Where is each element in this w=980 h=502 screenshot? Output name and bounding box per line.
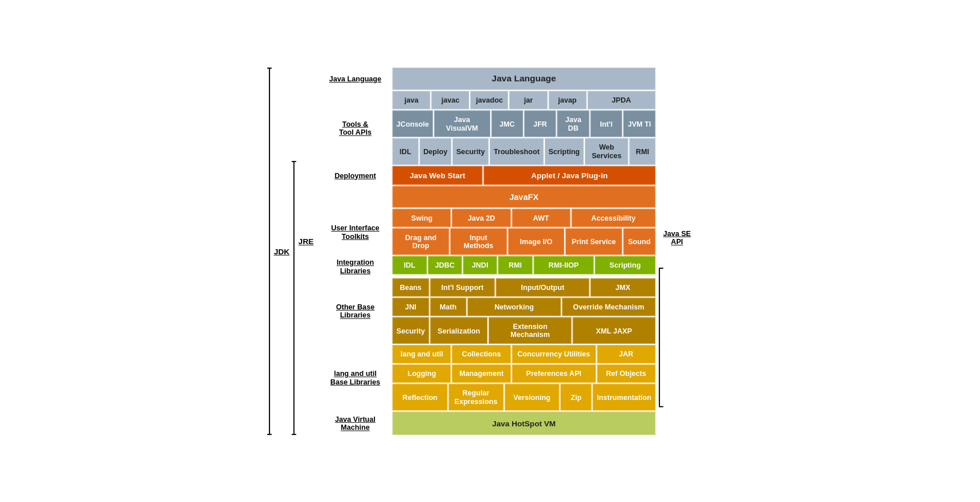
cell-intlsupport: Int'l Support [430, 278, 495, 296]
java-se-api-bracket [658, 67, 663, 434]
cell-printservice: Print Service [565, 228, 622, 255]
cell-jmx: JMX [590, 278, 655, 296]
cell-security-base: Security [392, 317, 428, 344]
cell-collections: Collections [452, 344, 510, 363]
cell-zip: Zip [560, 383, 592, 410]
cell-versioning: Versioning [504, 383, 559, 410]
deployment-label: Deployment [319, 166, 391, 185]
java-language-row: Java Language Java Language [319, 67, 655, 89]
cell-jmc: JMC [491, 110, 523, 137]
cell-jndi: JNDI [463, 256, 497, 274]
cell-applet: Applet / Java Plug-in [483, 166, 655, 185]
cell-jconsole: JConsole [392, 110, 432, 137]
cell-jpda: JPDA [587, 91, 655, 109]
cell-javac: javac [431, 91, 469, 109]
cell-java: java [392, 91, 430, 109]
cell-awt: AWT [512, 209, 570, 227]
jre-bracket [291, 67, 296, 434]
other-base-row-group: Other Base Libraries Beans Int'l Support… [319, 278, 655, 343]
cell-swing: Swing [392, 209, 451, 227]
cell-security-tools: Security [452, 138, 489, 165]
java-language-label: Java Language [319, 67, 391, 89]
lang-util-row-group: lang and util Base Libraries lang and ut… [319, 344, 655, 410]
cell-jvmti: JVM TI [623, 110, 655, 137]
cell-webstart: Java Web Start [392, 166, 482, 185]
cell-java2d: Java 2D [452, 209, 510, 227]
cell-jar: JAR [596, 344, 655, 363]
java-se-api-label: Java SE API [663, 67, 690, 434]
cell-math: Math [430, 297, 466, 316]
cell-extension: Extension Mechanism [489, 317, 571, 344]
cell-logging: Logging [392, 364, 451, 382]
cell-langutil: lang and util [392, 344, 451, 363]
right-bracket-area: Java SE API [658, 67, 690, 434]
jre-label: JRE [298, 67, 313, 434]
cell-management: Management [452, 364, 510, 382]
tools-row-group: Tools & Tool APIs java javac javadoc jar… [319, 91, 655, 164]
cell-preferences: Preferences API [512, 364, 595, 382]
cell-scripting-tools: Scripting [544, 138, 583, 165]
cell-jdbc: JDBC [428, 256, 462, 274]
deployment-row-group: Deployment Java Web Start Applet / Java … [319, 166, 655, 185]
cell-regex: Regular Expressions [448, 383, 503, 410]
tools-label: Tools & Tool APIs [319, 91, 391, 164]
java-language-cell: Java Language [392, 67, 655, 89]
jdk-bracket [267, 67, 272, 434]
integration-row-group: Integration Libraries IDL JDBC JNDI RMI … [319, 256, 655, 277]
cell-idl-tools: IDL [392, 138, 418, 165]
cell-jfr: JFR [524, 110, 556, 137]
cell-jar: jar [509, 91, 547, 109]
lang-util-label: lang and util Base Libraries [319, 344, 391, 410]
cell-serialization: Serialization [430, 317, 488, 344]
cell-networking: Networking [467, 297, 561, 316]
diagram-wrapper: JDK JRE Java Language Java Language [256, 56, 724, 446]
cell-reflection: Reflection [392, 383, 447, 410]
cell-deploy: Deploy [419, 138, 451, 165]
cell-beans: Beans [392, 278, 428, 296]
other-base-label: Other Base Libraries [319, 278, 391, 343]
cell-javap: javap [548, 91, 586, 109]
cell-webservices: Web Services [584, 138, 628, 165]
cell-instrumentation: Instrumentation [593, 383, 655, 410]
cell-javadb: Java DB [557, 110, 589, 137]
cell-rmi-int: RMI [498, 256, 532, 274]
main-content: Java Language Java Language Tools & Tool… [319, 67, 655, 434]
jvm-label: Java Virtual Machine [319, 411, 391, 435]
cell-refobjects: Ref Objects [596, 364, 655, 382]
cell-accessibility: Accessibility [571, 209, 655, 227]
cell-imageio: Image I/O [507, 228, 564, 255]
cell-inputmethods: Input Methods [450, 228, 507, 255]
cell-idl-int: IDL [392, 256, 426, 274]
cell-inputoutput: Input/Output [496, 278, 589, 296]
cell-concurrency: Concurrency Utilities [512, 344, 595, 363]
cell-rmiiiop: RMI-IIOP [533, 256, 594, 274]
jdk-label: JDK [274, 67, 289, 434]
cell-rmi-tools: RMI [630, 138, 655, 165]
cell-javafx: JavaFX [392, 186, 655, 207]
javafx-spacer-label [319, 186, 391, 207]
ui-toolkits-label: User Interface Toolkits [319, 209, 391, 255]
jvm-row-group: Java Virtual Machine Java HotSpot VM [319, 411, 655, 435]
cell-intl: Int'l [590, 110, 622, 137]
cell-draganddrop: Drag and Drop [392, 228, 449, 255]
cell-jni: JNI [392, 297, 428, 316]
cell-xmljaxp: XML JAXP [572, 317, 655, 344]
cell-javadoc: javadoc [470, 91, 508, 109]
ui-toolkits-row-group: User Interface Toolkits Swing Java 2D AW… [319, 209, 655, 255]
cell-override: Override Mechanism [562, 297, 655, 316]
cell-sound: Sound [623, 228, 655, 255]
integration-label: Integration Libraries [319, 256, 391, 277]
cell-jvisualvm: Java VisualVM [434, 110, 490, 137]
cell-scripting-int: Scripting [595, 256, 655, 274]
javafx-row-group: JavaFX [319, 186, 655, 207]
cell-troubleshoot: Troubleshoot [490, 138, 543, 165]
cell-hotspot: Java HotSpot VM [392, 411, 655, 435]
